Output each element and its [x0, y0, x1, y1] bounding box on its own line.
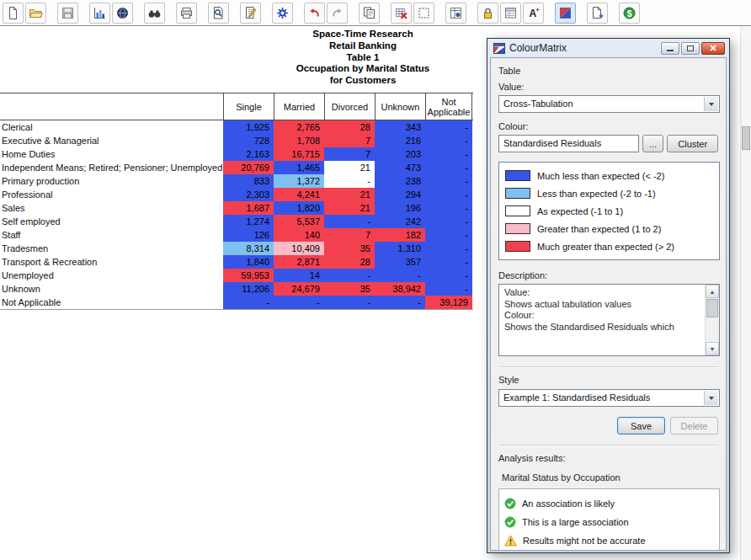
table-cell[interactable]: 216 — [375, 134, 425, 147]
row-label[interactable]: Staff — [0, 228, 223, 242]
table-cell[interactable]: - — [425, 242, 472, 255]
table-cell[interactable]: 1,820 — [274, 201, 324, 215]
value-dropdown[interactable]: Cross-Tabulation — [498, 95, 720, 113]
table-cell[interactable]: 728 — [223, 134, 274, 147]
row-label[interactable]: Sales — [0, 201, 223, 215]
table-cell[interactable]: 473 — [375, 161, 425, 174]
table-cell[interactable]: - — [425, 228, 472, 242]
table-cell[interactable]: 28 — [324, 120, 375, 134]
open-button[interactable] — [25, 3, 46, 24]
window-vertical-scrollbar[interactable] — [740, 26, 751, 560]
table-cell[interactable]: 2,163 — [223, 147, 274, 161]
table-cell[interactable]: 182 — [375, 228, 425, 242]
table-cell[interactable]: - — [425, 147, 472, 161]
table-cell[interactable]: 126 — [223, 228, 274, 242]
row-label[interactable]: Tradesmen — [0, 242, 223, 255]
table-cell[interactable]: 11,206 — [223, 282, 274, 296]
delete-button[interactable]: Delete — [670, 417, 718, 435]
table-cell[interactable]: 21 — [324, 201, 375, 215]
table-cell[interactable]: 1,310 — [375, 242, 425, 255]
table-cell[interactable]: 21 — [324, 161, 375, 174]
preview-button[interactable] — [208, 3, 229, 24]
table-cell[interactable]: 59,953 — [223, 269, 274, 282]
table-cell[interactable]: - — [425, 201, 472, 215]
table-cell[interactable]: 24,679 — [274, 282, 324, 296]
colour-field[interactable]: Standardised Residuals — [498, 135, 639, 152]
lock-button[interactable] — [477, 3, 498, 24]
row-label[interactable]: Self employed — [0, 215, 223, 228]
table-cell[interactable]: 343 — [375, 120, 425, 134]
table-cell[interactable]: 1,840 — [223, 255, 274, 269]
row-label[interactable]: Independent Means; Retired; Pensioner; U… — [0, 161, 223, 174]
table-cell[interactable]: - — [324, 296, 375, 309]
save-button[interactable] — [57, 3, 78, 24]
table-cell[interactable]: - — [425, 269, 472, 282]
style-dropdown[interactable]: Example 1: Standardised Residuals — [498, 389, 720, 407]
currency-button[interactable]: $ — [619, 3, 640, 24]
table-cell[interactable]: 4,241 — [274, 188, 324, 201]
table-cell[interactable]: - — [375, 296, 425, 309]
scrollbar-thumb[interactable] — [706, 299, 718, 317]
row-label[interactable]: Clerical — [0, 120, 223, 134]
settings-button[interactable] — [272, 3, 293, 24]
table-cell[interactable]: 35 — [324, 282, 375, 296]
table-cell[interactable]: 21 — [324, 188, 375, 201]
globe-button[interactable] — [112, 3, 133, 24]
chart-button[interactable] — [89, 3, 110, 24]
table-cell[interactable]: - — [425, 255, 472, 269]
table-cell[interactable]: - — [324, 215, 375, 228]
table-cell[interactable]: 203 — [375, 147, 425, 161]
table-cell[interactable]: 7 — [324, 228, 375, 242]
table-cell[interactable]: - — [425, 120, 472, 134]
column-header[interactable]: Divorced — [324, 93, 375, 120]
table-cell[interactable]: 35 — [324, 242, 375, 255]
table-cell[interactable]: 238 — [375, 174, 425, 188]
row-label[interactable]: Executive & Managerial — [0, 134, 223, 147]
row-label[interactable]: Transport & Recreation — [0, 255, 223, 269]
table-cell[interactable]: - — [425, 282, 472, 296]
row-label[interactable]: Unknown — [0, 282, 223, 296]
description-scrollbar[interactable]: ▲ ▼ — [705, 285, 719, 355]
cluster-button[interactable]: Cluster — [667, 135, 718, 152]
table-cell[interactable]: 1,687 — [223, 201, 274, 215]
table-cell[interactable]: 2,765 — [274, 120, 324, 134]
dialog-titlebar[interactable]: ColourMatrix ✕ — [490, 39, 727, 57]
font-button[interactable]: A — [523, 3, 544, 24]
undo-button[interactable] — [304, 3, 325, 24]
table-cell[interactable]: 242 — [375, 215, 425, 228]
table-cell[interactable]: 1,372 — [274, 174, 324, 188]
column-header[interactable]: Unknown — [375, 93, 425, 120]
table-cell[interactable]: - — [375, 269, 425, 282]
table-cell[interactable]: 2,303 — [223, 188, 274, 201]
table-cell[interactable]: 7 — [324, 134, 375, 147]
scrollbar-thumb[interactable] — [742, 126, 750, 150]
delete-table-button[interactable] — [391, 3, 412, 24]
table-cell[interactable]: 1,708 — [274, 134, 324, 147]
table-cell[interactable]: - — [324, 174, 375, 188]
row-label[interactable]: Professional — [0, 188, 223, 201]
find-button[interactable] — [144, 3, 165, 24]
table-cell[interactable]: 39,129 — [425, 296, 472, 309]
table-cell[interactable]: - — [425, 188, 472, 201]
scroll-down-icon[interactable]: ▼ — [706, 342, 719, 355]
table-cell[interactable]: 8,314 — [223, 242, 274, 255]
edit-button[interactable] — [240, 3, 261, 24]
column-header[interactable]: Not Applicable — [425, 93, 472, 120]
minimize-button[interactable] — [661, 42, 679, 55]
table-cell[interactable]: 833 — [223, 174, 274, 188]
new-button[interactable] — [3, 3, 24, 24]
table-cell[interactable]: 14 — [274, 269, 324, 282]
table-format-button[interactable] — [500, 3, 521, 24]
print-button[interactable] — [176, 3, 197, 24]
table-cell[interactable]: 196 — [375, 201, 425, 215]
table-cell[interactable]: 1,274 — [223, 215, 274, 228]
table-cell[interactable]: 1,925 — [223, 120, 274, 134]
colourmatrix-button[interactable] — [555, 3, 576, 24]
table-cell[interactable]: - — [425, 215, 472, 228]
table-cell[interactable]: 294 — [375, 188, 425, 201]
column-header[interactable]: Married — [274, 93, 324, 120]
redo-button[interactable] — [327, 3, 348, 24]
table-cell[interactable]: - — [425, 174, 472, 188]
row-label[interactable]: Unemployed — [0, 269, 223, 282]
table-cell[interactable]: 10,409 — [274, 242, 324, 255]
